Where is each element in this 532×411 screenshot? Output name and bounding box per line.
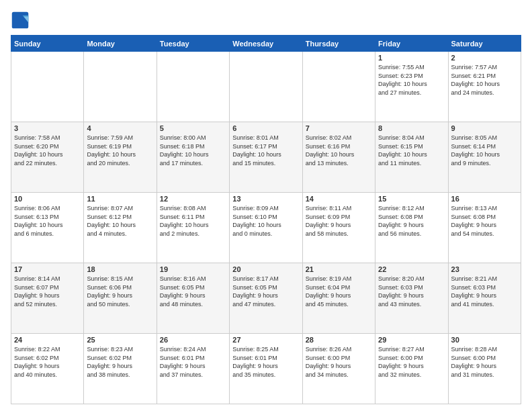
day-number: 2 [451, 54, 518, 62]
day-number: 20 [232, 265, 299, 273]
day-number: 25 [87, 336, 153, 344]
calendar-cell [302, 52, 375, 122]
day-info: Sunrise: 7:59 AM Sunset: 6:19 PM Dayligh… [87, 134, 153, 167]
day-info: Sunrise: 8:08 AM Sunset: 6:11 PM Dayligh… [160, 204, 226, 238]
calendar-cell: 20Sunrise: 8:17 AM Sunset: 6:05 PM Dayli… [230, 263, 302, 334]
calendar-cell: 12Sunrise: 8:08 AM Sunset: 6:11 PM Dayli… [157, 193, 229, 263]
day-number: 22 [378, 265, 445, 273]
calendar-cell: 27Sunrise: 8:25 AM Sunset: 6:01 PM Dayli… [230, 334, 302, 404]
day-number: 21 [306, 265, 372, 273]
day-number: 23 [451, 265, 518, 273]
calendar-cell: 18Sunrise: 8:15 AM Sunset: 6:06 PM Dayli… [84, 263, 157, 334]
day-number: 29 [378, 336, 445, 344]
page: SundayMondayTuesdayWednesdayThursdayFrid… [0, 0, 532, 411]
day-info: Sunrise: 7:55 AM Sunset: 6:23 PM Dayligh… [378, 63, 445, 97]
day-info: Sunrise: 8:02 AM Sunset: 6:16 PM Dayligh… [306, 134, 372, 167]
day-number: 10 [14, 195, 81, 203]
day-number: 5 [160, 124, 226, 132]
day-info: Sunrise: 8:27 AM Sunset: 6:00 PM Dayligh… [378, 345, 445, 379]
day-number: 11 [87, 195, 153, 203]
calendar-cell [84, 52, 157, 122]
day-number: 3 [14, 124, 81, 132]
calendar-cell: 1Sunrise: 7:55 AM Sunset: 6:23 PM Daylig… [375, 52, 448, 122]
day-info: Sunrise: 8:15 AM Sunset: 6:06 PM Dayligh… [87, 275, 153, 308]
day-number: 24 [14, 336, 81, 344]
day-info: Sunrise: 8:20 AM Sunset: 6:03 PM Dayligh… [378, 275, 445, 308]
calendar-cell: 5Sunrise: 8:00 AM Sunset: 6:18 PM Daylig… [157, 122, 229, 193]
day-info: Sunrise: 8:17 AM Sunset: 6:05 PM Dayligh… [232, 275, 299, 308]
calendar-header-thursday: Thursday [302, 36, 375, 52]
day-info: Sunrise: 8:23 AM Sunset: 6:02 PM Dayligh… [87, 345, 153, 379]
day-info: Sunrise: 8:16 AM Sunset: 6:05 PM Dayligh… [160, 275, 226, 308]
calendar-cell: 10Sunrise: 8:06 AM Sunset: 6:13 PM Dayli… [11, 193, 84, 263]
calendar-week-2: 10Sunrise: 8:06 AM Sunset: 6:13 PM Dayli… [11, 193, 521, 263]
day-info: Sunrise: 8:12 AM Sunset: 6:08 PM Dayligh… [378, 204, 445, 238]
calendar-cell: 9Sunrise: 8:05 AM Sunset: 6:14 PM Daylig… [448, 122, 521, 193]
day-number: 16 [451, 195, 518, 203]
day-number: 19 [160, 265, 226, 273]
calendar-cell: 22Sunrise: 8:20 AM Sunset: 6:03 PM Dayli… [375, 263, 448, 334]
day-info: Sunrise: 7:57 AM Sunset: 6:21 PM Dayligh… [451, 63, 518, 97]
calendar-cell: 2Sunrise: 7:57 AM Sunset: 6:21 PM Daylig… [448, 52, 521, 122]
day-number: 8 [378, 124, 445, 132]
day-number: 7 [306, 124, 372, 132]
day-info: Sunrise: 8:00 AM Sunset: 6:18 PM Dayligh… [160, 134, 226, 167]
day-info: Sunrise: 8:11 AM Sunset: 6:09 PM Dayligh… [306, 204, 372, 238]
day-number: 4 [87, 124, 153, 132]
calendar-cell: 24Sunrise: 8:22 AM Sunset: 6:02 PM Dayli… [11, 334, 84, 404]
header [11, 11, 521, 30]
calendar-week-3: 17Sunrise: 8:14 AM Sunset: 6:07 PM Dayli… [11, 263, 521, 334]
day-info: Sunrise: 8:05 AM Sunset: 6:14 PM Dayligh… [451, 134, 518, 167]
svg-rect-0 [12, 12, 29, 29]
calendar-cell: 7Sunrise: 8:02 AM Sunset: 6:16 PM Daylig… [302, 122, 375, 193]
day-number: 28 [306, 336, 372, 344]
calendar-cell: 4Sunrise: 7:59 AM Sunset: 6:19 PM Daylig… [84, 122, 157, 193]
day-number: 14 [306, 195, 372, 203]
calendar-cell [11, 52, 84, 122]
day-number: 26 [160, 336, 226, 344]
day-info: Sunrise: 8:01 AM Sunset: 6:17 PM Dayligh… [232, 134, 299, 167]
calendar-cell: 11Sunrise: 8:07 AM Sunset: 6:12 PM Dayli… [84, 193, 157, 263]
calendar-cell: 15Sunrise: 8:12 AM Sunset: 6:08 PM Dayli… [375, 193, 448, 263]
calendar-cell [230, 52, 302, 122]
calendar-cell: 26Sunrise: 8:24 AM Sunset: 6:01 PM Dayli… [157, 334, 229, 404]
calendar-cell: 29Sunrise: 8:27 AM Sunset: 6:00 PM Dayli… [375, 334, 448, 404]
day-number: 17 [14, 265, 81, 273]
calendar-header-monday: Monday [84, 36, 157, 52]
day-info: Sunrise: 8:22 AM Sunset: 6:02 PM Dayligh… [14, 345, 81, 379]
day-info: Sunrise: 8:09 AM Sunset: 6:10 PM Dayligh… [232, 204, 299, 238]
calendar-cell: 23Sunrise: 8:21 AM Sunset: 6:03 PM Dayli… [448, 263, 521, 334]
day-info: Sunrise: 8:19 AM Sunset: 6:04 PM Dayligh… [306, 275, 372, 308]
calendar-week-1: 3Sunrise: 7:58 AM Sunset: 6:20 PM Daylig… [11, 122, 521, 193]
calendar-cell: 13Sunrise: 8:09 AM Sunset: 6:10 PM Dayli… [230, 193, 302, 263]
calendar-cell: 17Sunrise: 8:14 AM Sunset: 6:07 PM Dayli… [11, 263, 84, 334]
calendar-header-sunday: Sunday [11, 36, 84, 52]
day-number: 6 [232, 124, 299, 132]
calendar-header-wednesday: Wednesday [230, 36, 302, 52]
calendar-cell: 30Sunrise: 8:28 AM Sunset: 6:00 PM Dayli… [448, 334, 521, 404]
day-number: 1 [378, 54, 445, 62]
calendar-table: SundayMondayTuesdayWednesdayThursdayFrid… [11, 35, 521, 404]
calendar-cell: 14Sunrise: 8:11 AM Sunset: 6:09 PM Dayli… [302, 193, 375, 263]
calendar-cell: 19Sunrise: 8:16 AM Sunset: 6:05 PM Dayli… [157, 263, 229, 334]
day-number: 15 [378, 195, 445, 203]
logo [11, 11, 32, 30]
day-number: 18 [87, 265, 153, 273]
day-info: Sunrise: 7:58 AM Sunset: 6:20 PM Dayligh… [14, 134, 81, 167]
calendar-cell: 16Sunrise: 8:13 AM Sunset: 6:08 PM Dayli… [448, 193, 521, 263]
calendar-cell: 25Sunrise: 8:23 AM Sunset: 6:02 PM Dayli… [84, 334, 157, 404]
logo-icon [11, 11, 30, 30]
calendar-cell: 21Sunrise: 8:19 AM Sunset: 6:04 PM Dayli… [302, 263, 375, 334]
day-number: 30 [451, 336, 518, 344]
day-info: Sunrise: 8:07 AM Sunset: 6:12 PM Dayligh… [87, 204, 153, 238]
calendar-header-row: SundayMondayTuesdayWednesdayThursdayFrid… [11, 36, 521, 52]
calendar-week-0: 1Sunrise: 7:55 AM Sunset: 6:23 PM Daylig… [11, 52, 521, 122]
day-number: 27 [232, 336, 299, 344]
day-info: Sunrise: 8:24 AM Sunset: 6:01 PM Dayligh… [160, 345, 226, 379]
calendar-cell [157, 52, 229, 122]
day-info: Sunrise: 8:04 AM Sunset: 6:15 PM Dayligh… [378, 134, 445, 167]
calendar-cell: 3Sunrise: 7:58 AM Sunset: 6:20 PM Daylig… [11, 122, 84, 193]
calendar-header-friday: Friday [375, 36, 448, 52]
day-info: Sunrise: 8:06 AM Sunset: 6:13 PM Dayligh… [14, 204, 81, 238]
day-number: 9 [451, 124, 518, 132]
